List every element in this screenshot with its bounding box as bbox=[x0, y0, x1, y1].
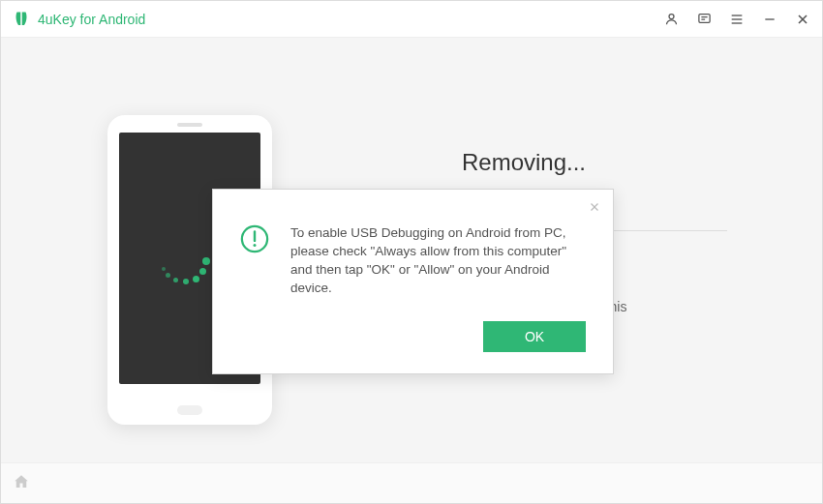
feedback-icon[interactable] bbox=[696, 12, 712, 27]
app-logo-icon bbox=[13, 11, 30, 28]
loading-spinner-icon bbox=[160, 234, 208, 282]
close-icon[interactable] bbox=[795, 12, 810, 27]
app-window: 4uKey for Android bbox=[0, 0, 823, 504]
svg-point-0 bbox=[669, 15, 674, 19]
alert-icon bbox=[240, 224, 269, 253]
titlebar: 4uKey for Android bbox=[1, 1, 822, 38]
dialog-footer: OK bbox=[213, 317, 613, 373]
status-title: Removing... bbox=[320, 149, 727, 176]
usb-debugging-dialog: To enable USB Debugging on Android from … bbox=[212, 189, 614, 374]
dialog-close-button[interactable] bbox=[584, 195, 605, 221]
svg-rect-1 bbox=[698, 15, 709, 23]
dialog-message: To enable USB Debugging on Android from … bbox=[290, 224, 586, 298]
dialog-body: To enable USB Debugging on Android from … bbox=[213, 190, 613, 317]
menu-icon[interactable] bbox=[729, 12, 745, 27]
home-icon[interactable] bbox=[13, 473, 30, 494]
svg-point-14 bbox=[254, 244, 257, 247]
content-area: Removing... ice during this To bbox=[1, 38, 822, 462]
footer-bar bbox=[1, 462, 822, 503]
titlebar-right bbox=[663, 12, 810, 27]
account-icon[interactable] bbox=[663, 12, 679, 27]
ok-button[interactable]: OK bbox=[483, 321, 586, 352]
app-title: 4uKey for Android bbox=[38, 12, 145, 27]
minimize-icon[interactable] bbox=[762, 12, 777, 27]
titlebar-left: 4uKey for Android bbox=[13, 11, 145, 28]
